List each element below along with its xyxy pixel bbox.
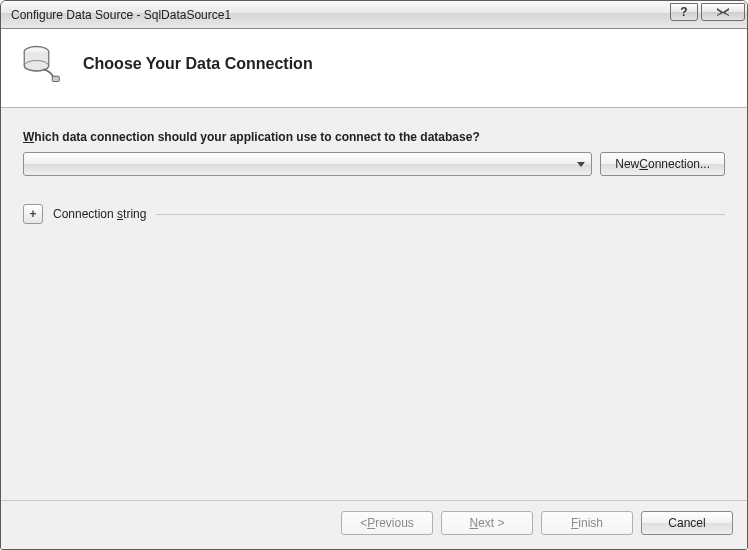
expand-button[interactable]: + bbox=[23, 204, 43, 224]
wizard-title: Choose Your Data Connection bbox=[83, 55, 313, 73]
next-button[interactable]: Next > bbox=[441, 511, 533, 535]
dialog-window: Configure Data Source - SqlDataSource1 ?… bbox=[0, 0, 748, 550]
finish-button[interactable]: Finish bbox=[541, 511, 633, 535]
close-icon bbox=[715, 7, 731, 17]
titlebar: Configure Data Source - SqlDataSource1 ? bbox=[1, 1, 747, 29]
connection-dropdown[interactable] bbox=[23, 152, 592, 176]
cancel-button[interactable]: Cancel bbox=[641, 511, 733, 535]
wizard-footer: < Previous Next > Finish Cancel bbox=[1, 500, 747, 549]
previous-button[interactable]: < Previous bbox=[341, 511, 433, 535]
window-title: Configure Data Source - SqlDataSource1 bbox=[11, 8, 670, 22]
chevron-down-icon bbox=[577, 162, 585, 167]
plus-icon: + bbox=[29, 208, 36, 220]
connection-row: New Connection... bbox=[23, 152, 725, 176]
new-connection-button[interactable]: New Connection... bbox=[600, 152, 725, 176]
help-icon: ? bbox=[680, 5, 687, 19]
connection-string-label: Connection string bbox=[53, 207, 146, 221]
wizard-body: Which data connection should your applic… bbox=[1, 108, 747, 500]
separator-line bbox=[156, 214, 725, 215]
connection-prompt: Which data connection should your applic… bbox=[23, 130, 725, 144]
close-button[interactable] bbox=[701, 3, 745, 21]
help-button[interactable]: ? bbox=[670, 3, 698, 21]
svg-rect-2 bbox=[52, 76, 59, 81]
datasource-icon bbox=[19, 43, 61, 85]
wizard-header: Choose Your Data Connection bbox=[1, 29, 747, 108]
connection-string-section: + Connection string bbox=[23, 204, 725, 224]
